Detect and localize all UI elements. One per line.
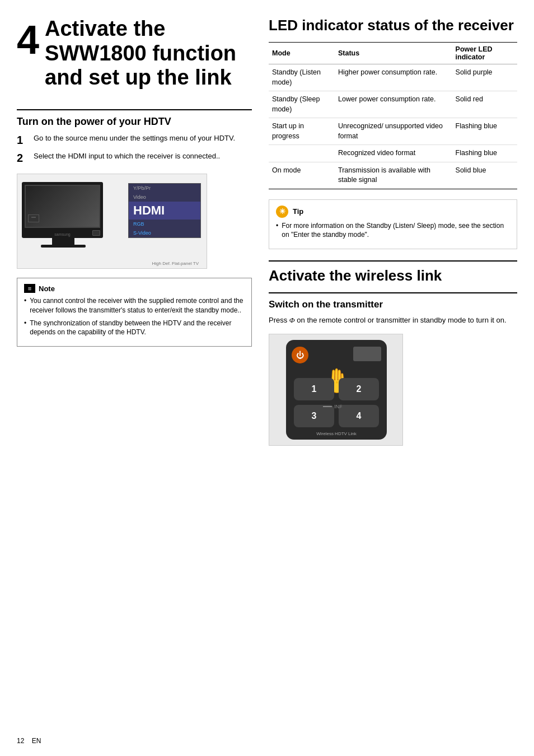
note-header: ≡ Note (24, 284, 245, 293)
tv-receiver-box (28, 214, 39, 222)
row4-status: Recognized video format (335, 145, 452, 162)
tv-stand-base (41, 245, 86, 248)
switch-on-title: Switch on the transmitter (269, 299, 517, 310)
tv-illustration: samsung Y/Pb/Pr Video HDMI RGB S-Video H… (17, 174, 207, 269)
remote-channel-display (353, 347, 381, 361)
col-indicator: Power LED indicator (452, 43, 517, 64)
row5-status: Transmission is available with stable si… (335, 162, 452, 189)
remote-ir-line (323, 406, 332, 407)
tip-icon: ✳ (276, 206, 288, 218)
note-item-1-text: You cannot control the receiver with the… (30, 296, 245, 315)
row3-mode: Start up in progress (269, 118, 335, 145)
remote-illustration: POW ⏻ CHANNEL 🤚 1 2 3 4 INF (269, 334, 403, 446)
step-2-text: Select the HDMI input to which the recei… (34, 151, 220, 161)
main-title: Activate the SWW1800 function and set up… (45, 17, 252, 90)
step-1-text: Go to the source menu under the settings… (34, 133, 235, 143)
menu-video: Video (129, 193, 200, 202)
led-title: LED indicator status of the receiver (269, 17, 517, 34)
tip-item-1-text: For more information on the Standby (Lis… (282, 221, 510, 240)
table-row: Recognized video format Flashing blue (269, 145, 517, 162)
table-row: Standby (Listen mode) Higher power consu… (269, 64, 517, 91)
col-mode: Mode (269, 43, 335, 64)
tip-list: For more information on the Standby (Lis… (276, 221, 510, 240)
remote-ir-area: INF (323, 404, 343, 409)
note-item-2-text: The synchronization of standby between t… (30, 319, 245, 338)
remote-ir-label: INF (334, 404, 343, 409)
table-row: Standby (Sleep mode) Lower power consump… (269, 91, 517, 118)
tip-item-1: For more information on the Standby (Lis… (276, 221, 510, 240)
step-1-num: 1 (17, 133, 29, 147)
note-item-1: You cannot control the receiver with the… (24, 296, 245, 315)
remote-btn-2[interactable]: 2 (339, 378, 379, 400)
turn-on-section-title: Turn on the power of your HDTV (17, 116, 252, 128)
step-number: 4 (17, 20, 39, 60)
page-lang: EN (32, 737, 41, 745)
tv-body: samsung (22, 182, 103, 238)
hdmi-port (92, 230, 100, 236)
step-1: 1 Go to the source menu under the settin… (17, 133, 252, 147)
steps-list: 1 Go to the source menu under the settin… (17, 133, 252, 165)
col-status: Status (335, 43, 452, 64)
tv-receiver-detail (31, 217, 36, 218)
row2-mode: Standby (Sleep mode) (269, 91, 335, 118)
step-2-num: 2 (17, 151, 29, 165)
menu-ypbpr: Y/Pb/Pr (129, 184, 200, 193)
row5-indicator: Solid blue (452, 162, 517, 189)
table-row: On mode Transmission is available with s… (269, 162, 517, 189)
tip-label: Tip (293, 207, 303, 216)
left-column: 4 Activate the SWW1800 function and set … (17, 17, 252, 739)
tip-box: ✳ Tip For more information on the Standb… (269, 199, 517, 250)
note-box: ≡ Note You cannot control the receiver w… (17, 278, 252, 347)
remote-body: POW ⏻ CHANNEL 🤚 1 2 3 4 INF (286, 340, 387, 440)
note-icon: ≡ (24, 284, 35, 293)
row4-indicator: Flashing blue (452, 145, 517, 162)
switch-on-text: Press Φ on the remote control or transmi… (269, 315, 517, 326)
page-footer: 12 EN (17, 737, 41, 745)
samsung-label: samsung (54, 232, 70, 236)
remote-power-button: ⏻ (292, 347, 308, 363)
remote-btn-4[interactable]: 4 (339, 405, 379, 427)
tv-caption: High Def. Flat-panel TV (152, 261, 199, 266)
led-table: Mode Status Power LED indicator Standby … (269, 42, 517, 189)
remote-btn-1[interactable]: 1 (294, 378, 334, 400)
row1-indicator: Solid purple (452, 64, 517, 91)
row1-mode: Standby (Listen mode) (269, 64, 335, 91)
row2-status: Lower power consumption rate. (335, 91, 452, 118)
phi-symbol: Φ (289, 316, 295, 324)
row3-indicator: Flashing blue (452, 118, 517, 145)
wireless-section-title: Activate the wireless link (269, 267, 517, 284)
row5-mode: On mode (269, 162, 335, 189)
page-number: 12 (17, 737, 24, 745)
menu-svideo: S-Video (129, 228, 200, 237)
tip-header: ✳ Tip (276, 206, 510, 218)
table-row: Start up in progress Unrecognized/ unsup… (269, 118, 517, 145)
tv-stand (52, 238, 74, 245)
tv-menu-overlay: Y/Pb/Pr Video HDMI RGB S-Video (128, 183, 201, 238)
row2-indicator: Solid red (452, 91, 517, 118)
step-2: 2 Select the HDMI input to which the rec… (17, 151, 252, 165)
right-column: LED indicator status of the receiver Mod… (269, 17, 517, 739)
row1-status: Higher power consumption rate. (335, 64, 452, 91)
remote-bottom-label: Wireless HDTV Link (316, 431, 357, 436)
note-list: You cannot control the receiver with the… (24, 296, 245, 337)
row3-status: Unrecognized/ unsupported video format (335, 118, 452, 145)
note-item-2: The synchronization of standby between t… (24, 319, 245, 338)
remote-buttons-grid: 1 2 3 4 (294, 378, 379, 427)
row4-mode (269, 145, 335, 162)
menu-rgb: RGB (129, 220, 200, 228)
menu-hdmi-active: HDMI (129, 202, 200, 220)
note-label: Note (39, 284, 55, 293)
tv-screen (25, 185, 100, 228)
